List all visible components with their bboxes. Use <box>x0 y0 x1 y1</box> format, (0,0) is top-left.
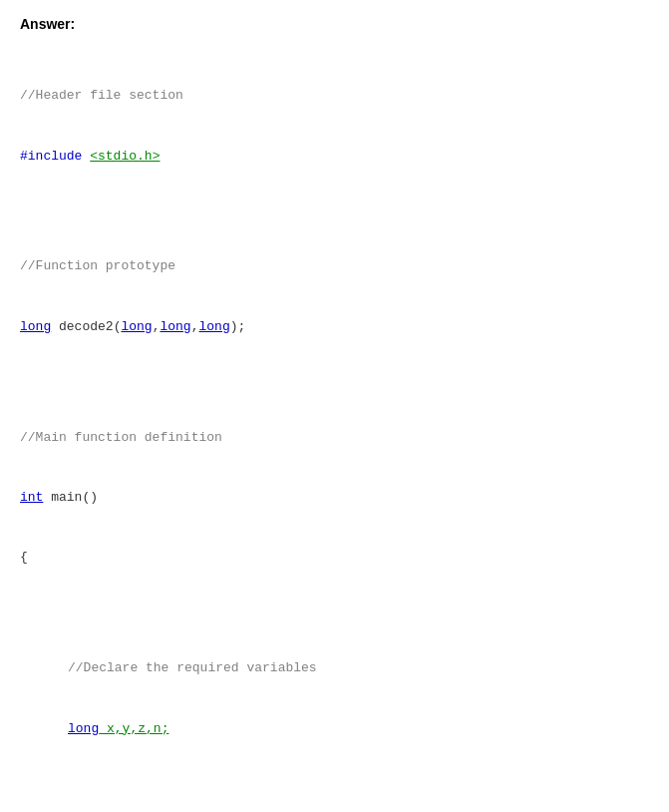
main-int: int <box>20 490 43 505</box>
code-block: //Header file section #include <stdio.h>… <box>20 46 649 812</box>
proto-long2: long <box>121 319 152 334</box>
proto-line: long decode2(long,long,long); <box>20 317 649 337</box>
answer-label: Answer: <box>20 16 649 32</box>
proto-long4: long <box>199 319 230 334</box>
decl-vars: x,y,z,n; <box>99 721 168 736</box>
proto-comma2: , <box>191 319 199 334</box>
include-directive: #include <box>20 149 90 164</box>
proto-end: ); <box>230 319 246 334</box>
main-comment: //Main function definition <box>20 428 649 448</box>
decl-long: long <box>68 721 99 736</box>
decl-comment: //Declare the required variables <box>20 658 649 678</box>
main-sig-line: int main() <box>20 488 649 508</box>
include-line: #include <stdio.h> <box>20 147 649 167</box>
header-comment: //Header file section <box>20 86 649 106</box>
open-brace1: { <box>20 548 649 568</box>
include-file: <stdio.h> <box>90 149 160 164</box>
proto-long: long <box>20 319 51 334</box>
decl-line: long x,y,z,n; <box>20 719 649 739</box>
proto-comment: //Function prototype <box>20 256 649 276</box>
main-sig: main() <box>43 490 98 505</box>
proto-long3: long <box>160 319 190 334</box>
proto-rest: decode2( <box>51 319 121 334</box>
